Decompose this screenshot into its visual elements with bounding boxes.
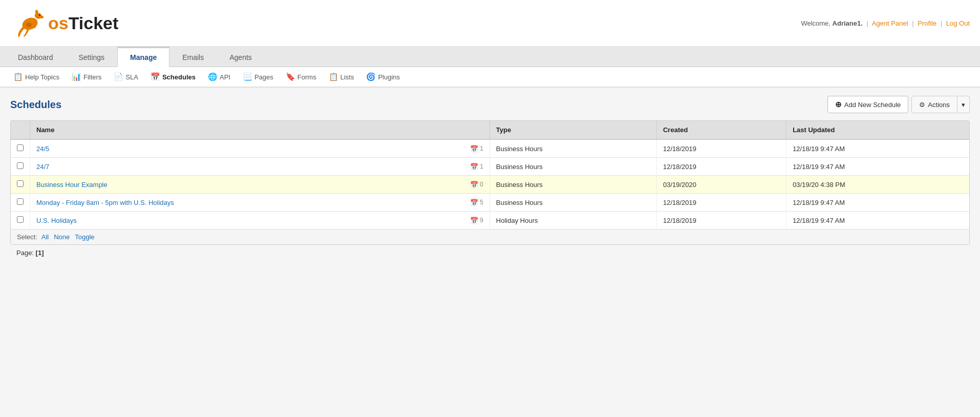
subnav-help-topics[interactable]: 📋 Help Topics — [8, 70, 65, 84]
row-last-updated: 03/19/20 4:38 PM — [786, 176, 969, 194]
select-toggle-link[interactable]: Toggle — [75, 233, 94, 241]
calendar-icon: 📅 — [470, 217, 478, 224]
schedules-table: Name Type Created Last Updated 24/5📅1Bus… — [10, 120, 970, 245]
table-row: Business Hour Example📅0Business Hours03/… — [11, 176, 969, 194]
row-created: 03/19/2020 — [656, 176, 786, 194]
row-checkbox-cell — [11, 139, 30, 158]
col-checkbox — [11, 121, 30, 139]
schedule-badge: 📅1 — [470, 163, 483, 171]
row-name-cell: Monday - Friday 8am - 5pm with U.S. Holi… — [30, 194, 490, 212]
row-checkbox[interactable] — [17, 180, 24, 187]
row-name-cell: 24/7📅1 — [30, 158, 490, 176]
add-new-schedule-button[interactable]: ⊕ Add New Schedule — [827, 96, 909, 113]
subnav-forms[interactable]: 🔖 Forms — [281, 70, 322, 84]
pages-icon: 📃 — [243, 72, 252, 81]
col-type: Type — [489, 121, 656, 139]
sla-icon: 📄 — [114, 72, 123, 81]
row-checkbox[interactable] — [17, 216, 24, 223]
row-name-cell: U.S. Holidays📅9 — [30, 212, 490, 230]
schedule-name-link[interactable]: U.S. Holidays — [36, 217, 77, 224]
plugins-icon: 🌀 — [366, 72, 376, 81]
calendar-icon: 📅 — [470, 181, 478, 189]
help-topics-icon: 📋 — [13, 72, 23, 81]
welcome-text: Welcome, — [801, 19, 832, 27]
schedule-name-link[interactable]: 24/5 — [36, 145, 49, 153]
calendar-icon: 📅 — [470, 199, 478, 206]
page-header: Schedules ⊕ Add New Schedule ⚙ Actions ▾ — [10, 96, 970, 113]
main-nav: Dashboard Settings Manage Emails Agents — [0, 47, 980, 67]
api-icon: 🌐 — [208, 72, 218, 81]
gear-icon: ⚙ — [919, 101, 925, 109]
subnav-pages[interactable]: 📃 Pages — [238, 70, 279, 84]
subnav-sla[interactable]: 📄 SLA — [109, 70, 143, 84]
row-type: Holiday Hours — [489, 212, 656, 230]
username: Adriane1. — [833, 19, 863, 27]
nav-dashboard[interactable]: Dashboard — [5, 47, 66, 67]
row-last-updated: 12/18/19 9:47 AM — [786, 139, 969, 158]
header-right: Welcome, Adriane1. | Agent Panel | Profi… — [801, 19, 970, 27]
subnav-api[interactable]: 🌐 API — [203, 70, 236, 84]
table-row: 24/5📅1Business Hours12/18/201912/18/19 9… — [11, 139, 969, 158]
actions-button[interactable]: ⚙ Actions — [911, 96, 957, 113]
page-title: Schedules — [10, 99, 61, 111]
agent-panel-link[interactable]: Agent Panel — [872, 19, 908, 27]
subnav-filters[interactable]: 📊 Filters — [67, 70, 106, 84]
schedule-badge: 📅5 — [470, 199, 483, 206]
plus-icon: ⊕ — [835, 100, 842, 109]
forms-icon: 🔖 — [286, 72, 295, 81]
schedule-badge: 📅9 — [470, 217, 483, 224]
table-footer: Select: All None Toggle — [11, 229, 969, 244]
header: osTicket Welcome, Adriane1. | Agent Pane… — [0, 0, 980, 47]
nav-emails[interactable]: Emails — [169, 47, 217, 67]
row-type: Business Hours — [489, 158, 656, 176]
col-created: Created — [656, 121, 786, 139]
subnav-schedules[interactable]: 📅 Schedules — [145, 70, 201, 84]
subnav-lists[interactable]: 📋 Lists — [324, 70, 359, 84]
select-all-link[interactable]: All — [41, 233, 49, 241]
nav-manage[interactable]: Manage — [117, 47, 169, 67]
svg-point-4 — [33, 26, 36, 28]
profile-link[interactable]: Profile — [918, 19, 936, 27]
schedules-icon: 📅 — [151, 72, 160, 81]
subnav-plugins[interactable]: 🌀 Plugins — [361, 70, 405, 84]
row-checkbox-cell — [11, 194, 30, 212]
table-row: U.S. Holidays📅9Holiday Hours12/18/201912… — [11, 212, 969, 230]
page-info: Page: [1] — [10, 245, 970, 261]
select-none-link[interactable]: None — [54, 233, 70, 241]
schedule-name-link[interactable]: Business Hour Example — [36, 181, 108, 189]
logout-link[interactable]: Log Out — [946, 19, 970, 27]
row-checkbox[interactable] — [17, 162, 24, 169]
header-buttons: ⊕ Add New Schedule ⚙ Actions ▾ — [827, 96, 970, 113]
row-checkbox-cell — [11, 176, 30, 194]
lists-icon: 📋 — [329, 72, 338, 81]
schedule-name-link[interactable]: Monday - Friday 8am - 5pm with U.S. Holi… — [36, 199, 174, 206]
calendar-icon: 📅 — [470, 145, 478, 153]
page-number: [1] — [36, 249, 44, 257]
row-type: Business Hours — [489, 139, 656, 158]
nav-agents[interactable]: Agents — [217, 47, 265, 67]
row-checkbox[interactable] — [17, 144, 24, 151]
content: Schedules ⊕ Add New Schedule ⚙ Actions ▾ — [0, 88, 980, 344]
row-name-cell: Business Hour Example📅0 — [30, 176, 490, 194]
row-checkbox-cell — [11, 212, 30, 230]
table-row: Monday - Friday 8am - 5pm with U.S. Holi… — [11, 194, 969, 212]
row-created: 12/18/2019 — [656, 139, 786, 158]
row-last-updated: 12/18/19 9:47 AM — [786, 194, 969, 212]
col-name: Name — [30, 121, 490, 139]
nav-settings[interactable]: Settings — [66, 47, 118, 67]
row-last-updated: 12/18/19 9:47 AM — [786, 212, 969, 230]
schedule-badge: 📅0 — [470, 181, 483, 189]
actions-button-group: ⚙ Actions ▾ — [911, 96, 970, 113]
kangaroo-icon — [10, 5, 46, 41]
row-type: Business Hours — [489, 194, 656, 212]
filters-icon: 📊 — [72, 72, 81, 81]
svg-point-6 — [26, 23, 32, 27]
row-checkbox-cell — [11, 158, 30, 176]
schedule-name-link[interactable]: 24/7 — [36, 163, 49, 171]
actions-dropdown-button[interactable]: ▾ — [957, 96, 970, 113]
calendar-icon: 📅 — [470, 163, 478, 171]
chevron-down-icon: ▾ — [962, 101, 965, 109]
row-checkbox[interactable] — [17, 198, 24, 205]
table-row: 24/7📅1Business Hours12/18/201912/18/19 9… — [11, 158, 969, 176]
svg-point-5 — [39, 14, 40, 16]
